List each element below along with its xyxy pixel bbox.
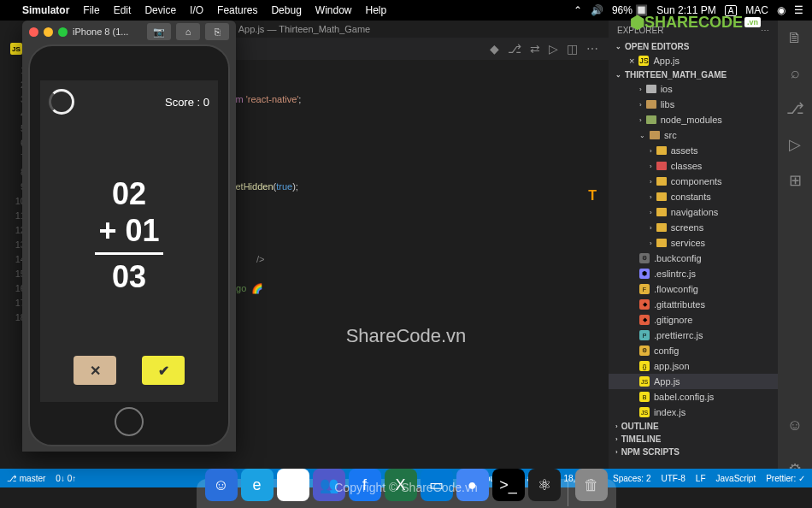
folder-constants[interactable]: ›constants [609,189,778,204]
close-icon[interactable]: × [629,56,634,66]
branch-status[interactable]: ⎇ master [7,474,45,483]
menu-window[interactable]: Window [315,4,352,16]
timer-circle [49,89,74,115]
watermark-copyright: Copyright © ShareCode.vn [334,481,478,494]
outline-section[interactable]: ›OUTLINE [609,420,778,433]
dock-app-0[interactable]: ☺ [205,469,238,501]
siri-icon[interactable]: ◉ [777,4,786,16]
project-section[interactable]: ⌄THIRTEEN_MATH_GAME [609,68,778,81]
source-control-icon[interactable]: ⎇ [786,99,804,118]
file--flowconfig[interactable]: F.flowconfig [609,281,778,297]
menu-file[interactable]: File [83,4,99,16]
folder-node_modules[interactable]: ›node_modules [609,112,778,127]
folder-classes[interactable]: ›classes [609,158,778,174]
account-icon[interactable]: ☺ [787,416,803,434]
folder-navigations[interactable]: ›navigations [609,204,778,220]
compare-icon[interactable]: ◆ [490,42,499,56]
nav-icon[interactable]: ⇄ [530,42,540,56]
window-minimize-button[interactable] [44,27,53,37]
operand-a: 02 [112,175,146,212]
dock-trash[interactable]: 🗑 [575,469,608,501]
phone-frame: Score : 0 02 + 01 03 ✕ ✔ [28,44,230,446]
npm-section[interactable]: ›NPM SCRIPTS [609,446,778,458]
operator: + [98,212,116,249]
simulator-window: iPhone 8 (1... 📷 ⌂ ⎘ Score : 0 02 + 01 0… [22,21,236,452]
rotate-button[interactable]: ⎘ [205,23,229,40]
debug-icon[interactable]: ▷ [789,135,801,154]
sim-title: iPhone 8 (1... [73,27,128,37]
window-close-button[interactable] [29,27,38,37]
typing-indicator: T [588,188,597,204]
operand-b: 01 [125,212,159,249]
volume-icon[interactable]: 🔊 [591,4,603,16]
files-icon[interactable]: 🗎 [787,29,803,47]
menu-debug[interactable]: Debug [271,4,301,16]
split-icon[interactable]: ◫ [567,42,578,56]
correct-button[interactable]: ✔ [142,356,185,385]
file-config[interactable]: ⚙config [609,343,778,358]
app-name[interactable]: Simulator [22,4,69,16]
result: 03 [112,258,146,295]
file--gitignore[interactable]: ◆.gitignore [609,312,778,328]
timeline-section[interactable]: ›TIMELINE [609,433,778,446]
more-icon[interactable]: ⋯ [586,42,598,56]
encoding-status[interactable]: UTF-8 [662,474,685,483]
home-button[interactable]: ⌂ [176,23,200,40]
folder-libs[interactable]: ›libs [609,97,778,112]
score-label: Score : 0 [165,96,209,109]
watermark-center: ShareCode.vn [346,325,467,347]
menu-features[interactable]: Features [217,4,257,16]
folder-services[interactable]: ›services [609,235,778,251]
file--gitattributes[interactable]: ◆.gitattributes [609,297,778,312]
file--eslintrc-js[interactable]: ⬢.eslintrc.js [609,266,778,281]
explorer-more-icon[interactable]: ⋯ [761,26,769,35]
file-index-js[interactable]: JSindex.js [609,405,778,420]
indent-status[interactable]: Spaces: 2 [613,474,650,483]
file--buckconfig[interactable]: ⚙.buckconfig [609,251,778,266]
activity-bar: 🗎 ⌕ ⎇ ▷ ⊞ ☺ ⚙ [778,21,812,487]
phone-screen: Score : 0 02 + 01 03 ✕ ✔ [40,80,218,402]
dock-app-1[interactable]: e [241,469,274,501]
folder-components[interactable]: ›components [609,174,778,189]
screenshot-button[interactable]: 📷 [147,23,171,40]
open-editor-item[interactable]: × JS App.js [609,53,778,68]
wrong-button[interactable]: ✕ [74,356,116,385]
menu-device[interactable]: Device [144,4,176,16]
extensions-icon[interactable]: ⊞ [789,171,802,190]
sync-status[interactable]: 0↓ 0↑ [56,474,76,483]
prettier-status[interactable]: Prettier: ✓ [766,474,805,483]
file-babel-config-js[interactable]: Bbabel.config.js [609,389,778,405]
window-zoom-button[interactable] [58,27,68,37]
js-file-icon: JS [10,43,22,55]
sharecode-logo: ⬢SHARECODE.vn [630,12,761,32]
folder-ios[interactable]: ›ios [609,81,778,97]
math-display: 02 + 01 03 [40,115,218,356]
menu-help[interactable]: Help [366,4,387,16]
file-App-js[interactable]: JSApp.js [609,374,778,389]
folder-src[interactable]: ⌄src [609,127,778,143]
git-icon[interactable]: ⎇ [508,42,521,56]
open-editors-section[interactable]: ⌄OPEN EDITORS [609,40,778,53]
lang-status[interactable]: JavaScript [716,474,756,483]
search-icon[interactable]: ⌕ [791,64,800,82]
dock-app-9[interactable]: ⚛ [528,469,561,501]
dock-app-8[interactable]: >_ [492,469,525,501]
file--prettierrc-js[interactable]: P.prettierrc.js [609,328,778,343]
run-icon[interactable]: ▷ [549,42,558,56]
phone-home-button[interactable] [115,407,144,436]
control-center-icon[interactable]: ☰ [794,4,803,16]
menu-io[interactable]: I/O [190,4,203,16]
dock-app-2[interactable]: T [277,469,309,501]
wifi-icon[interactable]: ⌃ [574,4,582,16]
folder-screens[interactable]: ›screens [609,220,778,235]
eol-status[interactable]: LF [696,474,706,483]
explorer-panel: EXPLORER⋯ ⌄OPEN EDITORS × JS App.js ⌄THI… [609,21,778,487]
menu-edit[interactable]: Edit [114,4,132,16]
folder-assets[interactable]: ›assets [609,143,778,158]
file-app-json[interactable]: {}app.json [609,358,778,374]
